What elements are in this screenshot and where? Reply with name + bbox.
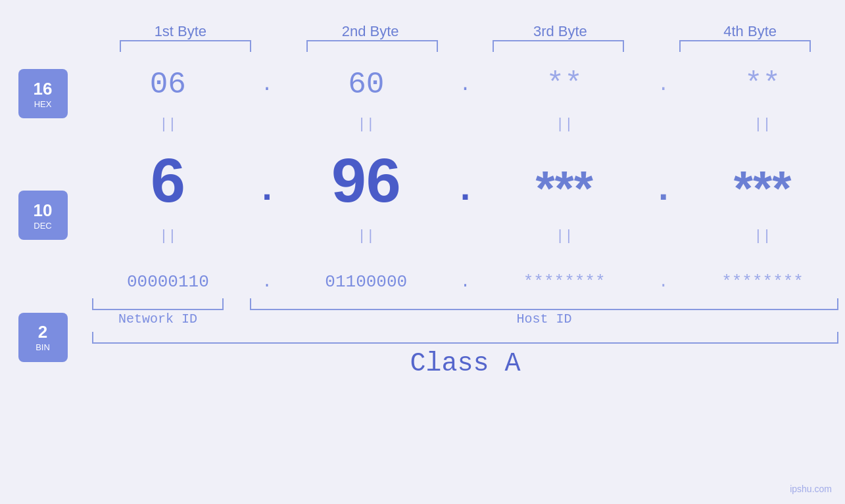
bin-col4: ********	[697, 272, 829, 292]
byte2-label: 2nd Byte	[342, 23, 399, 39]
class-label-container: Class A	[85, 344, 845, 378]
equals2-4: ||	[754, 228, 771, 244]
class-label: Class A	[410, 349, 520, 378]
dec-badge: 10 DEC	[18, 191, 68, 240]
dec-dot-1: .	[254, 170, 280, 216]
equals-row-2: || || || ||	[85, 223, 845, 249]
bin-number: 2	[38, 322, 47, 342]
bin-col2: 01100000	[301, 272, 432, 292]
equals2-1: ||	[159, 228, 176, 244]
hex-value-1: 06	[150, 68, 186, 102]
hex-value-4: **	[744, 68, 781, 102]
bin-value-1: 00000110	[127, 272, 209, 292]
hex-value-2: 60	[348, 68, 384, 102]
bin-dot-2: .	[452, 273, 478, 292]
top-bracket-4	[679, 40, 811, 52]
bin-name: BIN	[36, 342, 50, 352]
hex-value-3: **	[546, 68, 583, 102]
top-bracket-3	[493, 40, 624, 52]
dec-value-2: 96	[331, 145, 401, 215]
bin-col1: 00000110	[102, 272, 233, 292]
bin-value-4: ********	[721, 272, 804, 292]
hex-col1: 06	[102, 68, 233, 102]
dec-col1: 6	[102, 145, 233, 216]
equals-2: ||	[358, 116, 375, 133]
bin-badge: 2 BIN	[18, 313, 68, 362]
byte2-header: 2nd Byte	[288, 23, 452, 40]
dec-row: 6 . 96 . *** . ***	[85, 137, 845, 223]
equals-4: ||	[754, 116, 771, 133]
bin-col3: ********	[498, 272, 630, 292]
equals2-3: ||	[556, 228, 573, 244]
byte-headers-row: 1st Byte 2nd Byte 3rd Byte 4th Byte	[85, 13, 845, 40]
page-container: 16 HEX 10 DEC 2 BIN 1st Byte 2nd Byte	[0, 0, 845, 504]
bin-value-2: 01100000	[325, 272, 407, 292]
hex-dot-2: .	[452, 74, 478, 96]
hex-dot-1: .	[254, 74, 280, 96]
hex-col2: 60	[301, 68, 432, 102]
network-bracket	[92, 298, 224, 310]
hex-col4: **	[697, 68, 829, 102]
network-id-label: Network ID	[118, 311, 197, 327]
dec-value-1: 6	[151, 145, 185, 215]
byte3-header: 3rd Byte	[478, 23, 642, 40]
dec-col2: 96	[301, 145, 432, 216]
equals2-2: ||	[358, 228, 375, 244]
dec-name: DEC	[34, 221, 51, 231]
equals-1: ||	[159, 116, 176, 133]
hex-badge: 16 HEX	[18, 69, 68, 118]
dec-value-4: ***	[734, 160, 792, 216]
hex-dot-3: .	[650, 74, 677, 96]
bin-value-3: ********	[523, 272, 606, 292]
bin-dot-3: .	[650, 273, 677, 292]
dec-col3: ***	[498, 160, 630, 216]
base-labels-column: 16 HEX 10 DEC 2 BIN	[0, 13, 85, 378]
dec-dot-2: .	[452, 170, 478, 216]
host-bracket	[250, 298, 838, 310]
bin-row: 00000110 . 01100000 . ******** .	[85, 249, 845, 295]
equals-row-1: || || || ||	[85, 111, 845, 137]
byte4-label: 4th Byte	[723, 23, 777, 39]
watermark: ipshu.com	[790, 484, 832, 494]
hex-row: 06 . 60 . ** . **	[85, 58, 845, 111]
bin-dot-1: .	[254, 273, 280, 292]
dec-col4: ***	[697, 160, 829, 216]
hex-name: HEX	[34, 99, 52, 109]
hex-col3: **	[498, 68, 630, 102]
host-id-label: Host ID	[516, 311, 571, 327]
bottom-brackets-row	[85, 295, 845, 310]
dec-number: 10	[34, 200, 53, 221]
byte1-label: 1st Byte	[155, 23, 206, 39]
byte3-label: 3rd Byte	[533, 23, 587, 39]
id-labels: Network ID Host ID	[85, 310, 845, 327]
top-brackets-row	[85, 40, 845, 58]
dec-dot-3: .	[650, 170, 677, 216]
top-bracket-1	[120, 40, 251, 52]
main-layout: 16 HEX 10 DEC 2 BIN 1st Byte 2nd Byte	[0, 13, 845, 378]
top-bracket-2	[306, 40, 438, 52]
right-section: 1st Byte 2nd Byte 3rd Byte 4th Byte	[85, 13, 845, 378]
dec-value-3: ***	[535, 160, 593, 216]
equals-3: ||	[556, 116, 573, 133]
byte1-header: 1st Byte	[98, 23, 262, 40]
full-bottom-bracket	[92, 332, 838, 344]
byte4-header: 4th Byte	[668, 23, 833, 40]
hex-number: 16	[34, 79, 53, 99]
